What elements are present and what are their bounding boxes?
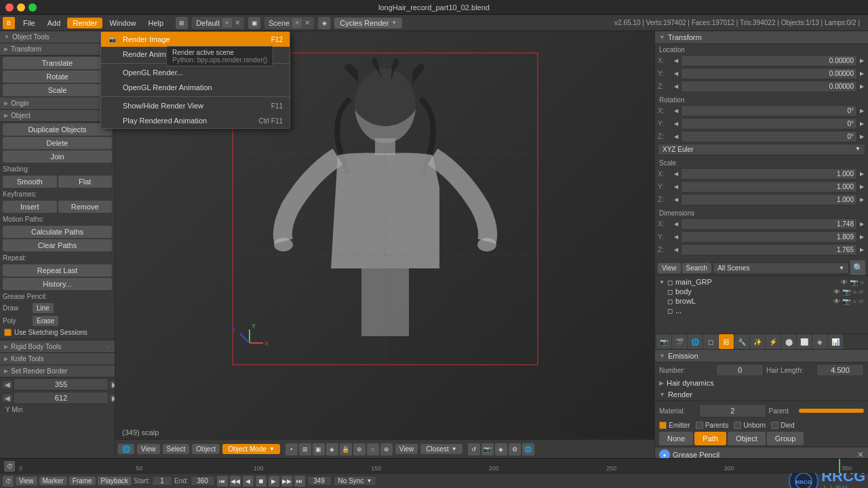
loc-z-right[interactable]: ▶ <box>859 83 865 89</box>
dim-z-input[interactable] <box>681 244 857 256</box>
unborn-checkbox[interactable] <box>734 422 741 429</box>
x-min-decrease[interactable]: ◀ <box>3 381 12 388</box>
dim-y-left[interactable]: ◀ <box>673 234 679 240</box>
jump-start-btn[interactable]: ⏮ <box>217 476 228 487</box>
rot-x-left[interactable]: ◀ <box>673 108 679 114</box>
dim-x-left[interactable]: ◀ <box>673 221 679 227</box>
prop-particle-icon[interactable]: ✨ <box>750 334 765 349</box>
search-icon[interactable]: 🔍 <box>850 260 865 275</box>
path-path-btn[interactable]: Path <box>694 432 726 445</box>
origin-header[interactable]: ▶ Origin <box>0 98 115 110</box>
scale-z-right[interactable]: ▶ <box>859 197 865 203</box>
vp-object-btn[interactable]: Object <box>192 444 220 454</box>
all-scenes-selector[interactable]: All Scenes ▼ <box>713 262 849 274</box>
jump-end-btn[interactable]: ⏭ <box>294 476 305 487</box>
loc-x-right[interactable]: ▶ <box>859 58 865 64</box>
rot-z-left[interactable]: ◀ <box>673 134 679 140</box>
bc-marker-btn[interactable]: Marker <box>39 476 67 485</box>
step-back-btn[interactable]: ◀◀ <box>230 476 241 487</box>
bc-frame-btn[interactable]: Frame <box>69 476 96 485</box>
loc-y-left[interactable]: ◀ <box>673 70 679 77</box>
loc-y-input[interactable] <box>681 68 857 79</box>
rot-x-right[interactable]: ▶ <box>859 108 865 114</box>
current-frame-input[interactable] <box>307 476 332 486</box>
menu-help[interactable]: Help <box>143 18 170 28</box>
vp-globe-btn[interactable]: 🌐 <box>118 444 134 454</box>
timeline-cursor[interactable] <box>839 459 840 473</box>
scale-x-left[interactable]: ◀ <box>673 171 679 177</box>
remove-button[interactable]: Remove <box>58 201 113 213</box>
scale-y-input[interactable] <box>681 181 857 192</box>
x-min-increase[interactable]: ▶ <box>110 381 115 388</box>
transform-header[interactable]: ▶ Transform <box>0 43 115 56</box>
scale-y-left[interactable]: ◀ <box>673 184 679 190</box>
loc-x-input[interactable] <box>681 55 857 66</box>
prop-shader-icon[interactable]: ◈ <box>812 334 827 349</box>
prop-scene-icon[interactable]: 🎬 <box>672 334 687 349</box>
loc-z-left[interactable]: ◀ <box>673 83 679 89</box>
dim-z-left[interactable]: ◀ <box>673 247 679 253</box>
bc-playback-btn[interactable]: Playback <box>98 476 132 485</box>
vp-view-btn[interactable]: View <box>137 444 160 454</box>
rotation-mode-selector[interactable]: XYZ Euler ▼ <box>658 144 865 155</box>
dim-y-input[interactable] <box>681 231 857 243</box>
start-input[interactable] <box>152 476 172 486</box>
calculate-paths-button[interactable]: Calculate Paths <box>3 226 112 238</box>
scale-x-input[interactable] <box>681 168 857 180</box>
play-fwd-btn[interactable]: ▶ <box>269 476 279 487</box>
rt-search-btn[interactable]: Search <box>682 263 712 273</box>
rotate-button[interactable]: Rotate <box>3 70 112 83</box>
play-back-btn[interactable]: ◀ <box>243 476 254 487</box>
timeline-icon[interactable]: ⏱ <box>4 461 15 472</box>
dim-y-right[interactable]: ▶ <box>859 234 865 240</box>
number-input[interactable]: 0 <box>716 364 764 376</box>
clear-paths-button[interactable]: Clear Paths <box>3 239 112 251</box>
scale-y-right[interactable]: ▶ <box>859 184 865 190</box>
x-max-decrease[interactable]: ◀ <box>3 394 12 402</box>
window-maximize-button[interactable] <box>28 3 37 12</box>
dim-z-right[interactable]: ▶ <box>859 247 865 253</box>
rot-z-input[interactable] <box>681 131 857 142</box>
rot-z-right[interactable]: ▶ <box>859 134 865 140</box>
x-max-increase[interactable]: ▶ <box>110 394 115 402</box>
prop-data-icon[interactable]: 📊 <box>828 334 843 349</box>
cycles-selector[interactable]: Cycles Render ▼ <box>334 18 402 28</box>
repeat-last-button[interactable]: Repeat Last <box>3 264 112 277</box>
step-fwd-btn[interactable]: ▶▶ <box>281 476 292 487</box>
tree-row-main-grp[interactable]: ▼ ◻ main_GRP 👁 📷 ○ <box>656 277 867 287</box>
rot-y-input[interactable] <box>681 118 857 129</box>
dropdown-show-hide[interactable]: Show/Hide Render View F11 <box>101 98 290 113</box>
close-scene-btn[interactable]: ✕ <box>304 19 310 26</box>
window-close-button[interactable] <box>5 3 14 12</box>
tree-row-body[interactable]: ◻ body 👁 📷 ○ ⇌ <box>656 287 867 296</box>
rot-y-right[interactable]: ▶ <box>859 121 865 127</box>
loc-y-right[interactable]: ▶ <box>859 70 865 77</box>
object-header[interactable]: ▶ Object <box>0 110 115 122</box>
object-tools-header[interactable]: ▼ Object Tools <box>0 31 115 43</box>
add-scene-btn[interactable]: + <box>292 18 302 28</box>
menu-window[interactable]: Window <box>104 18 141 28</box>
knife-header[interactable]: ▶ Knife Tools <box>0 353 115 365</box>
menu-render[interactable]: Render <box>67 18 102 28</box>
scale-x-right[interactable]: ▶ <box>859 171 865 177</box>
window-minimize-button[interactable] <box>17 3 25 12</box>
bc-view-btn[interactable]: View <box>16 476 37 485</box>
loc-x-left[interactable]: ◀ <box>673 58 679 64</box>
prop-render-icon[interactable]: 📷 <box>656 334 671 349</box>
dropdown-opengl-anim[interactable]: OpenGL Render Animation <box>101 80 290 95</box>
prop-texture-icon[interactable]: ⬜ <box>797 334 812 349</box>
hair-length-input[interactable]: 4.500 <box>816 364 864 376</box>
add-tab-btn[interactable]: + <box>222 18 232 28</box>
set-render-header[interactable]: ▶ Set Render Border <box>0 365 115 378</box>
no-sync-selector[interactable]: No Sync ▼ <box>334 476 377 486</box>
scale-button[interactable]: Scale <box>3 84 112 96</box>
prop-object-icon[interactable]: ◻ <box>703 334 718 349</box>
insert-button[interactable]: Insert <box>3 201 57 213</box>
dropdown-render-image[interactable]: 📷 Render Image F12 <box>101 32 290 47</box>
path-object-btn[interactable]: Object <box>728 432 766 445</box>
emitter-checkbox[interactable] <box>659 422 667 429</box>
duplicate-button[interactable]: Duplicate Objects <box>3 123 112 136</box>
dropdown-opengl[interactable]: OpenGL Render... <box>101 65 290 80</box>
dim-x-input[interactable] <box>681 218 857 230</box>
rot-y-left[interactable]: ◀ <box>673 121 679 127</box>
